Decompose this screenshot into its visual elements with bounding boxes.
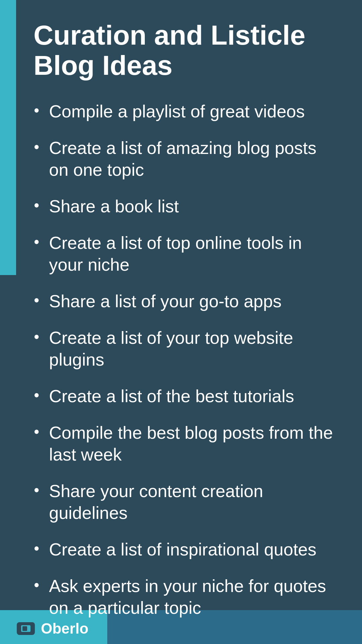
list-item: •Create a list of your top website plugi… [34, 327, 339, 371]
item-text: Share a book list [49, 196, 179, 217]
list-item: •Ask experts in your niche for quotes on… [34, 575, 339, 619]
bullet-point: • [34, 233, 40, 251]
page-title: Curation and Listicle Blog Ideas [34, 20, 339, 80]
list-item: •Create a list of inspirational quotes [34, 539, 339, 560]
item-text: Create a list of amazing blog posts on o… [49, 137, 339, 181]
content-wrapper: Curation and Listicle Blog Ideas •Compil… [0, 0, 362, 644]
bullet-point: • [34, 482, 40, 499]
bullet-point: • [34, 292, 40, 309]
item-text: Compile a playlist of great videos [49, 101, 305, 122]
bullet-point: • [34, 577, 40, 594]
item-text: Create a list of the best tutorials [49, 385, 294, 407]
list-item: •Share a book list [34, 196, 339, 217]
bullet-point: • [34, 139, 40, 156]
bullet-point: • [34, 540, 40, 557]
list-item: •Create a list of the best tutorials [34, 385, 339, 407]
list-item: •Compile a playlist of great videos [34, 101, 339, 122]
list-item: •Compile the best blog posts from the la… [34, 422, 339, 466]
bullet-point: • [34, 102, 40, 119]
item-text: Create a list of inspirational quotes [49, 539, 316, 560]
list-item: •Share a list of your go-to apps [34, 290, 339, 312]
bullet-point: • [34, 387, 40, 404]
item-text: Create a list of your top website plugin… [49, 327, 339, 371]
items-list: •Compile a playlist of great videos•Crea… [34, 101, 339, 619]
item-text: Compile the best blog posts from the las… [49, 422, 339, 466]
item-text: Ask experts in your niche for quotes on … [49, 575, 339, 619]
bullet-point: • [34, 328, 40, 346]
item-text: Share a list of your go-to apps [49, 290, 282, 312]
bullet-point: • [34, 423, 40, 441]
list-item: •Create a list of top online tools in yo… [34, 232, 339, 276]
item-text: Create a list of top online tools in you… [49, 232, 339, 276]
item-text: Share your content creation guidelines [49, 480, 339, 524]
bullet-point: • [34, 197, 40, 214]
list-item: •Share your content creation guidelines [34, 480, 339, 524]
list-item: •Create a list of amazing blog posts on … [34, 137, 339, 181]
